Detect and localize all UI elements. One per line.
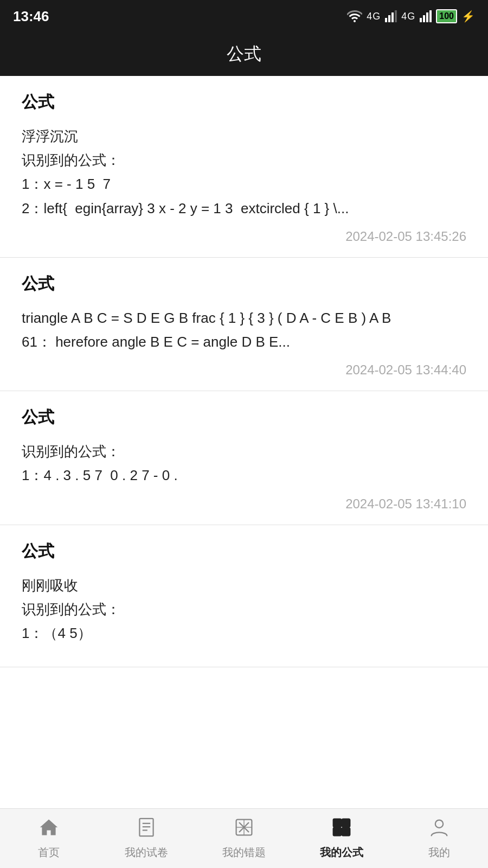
nav-label-home: 首页	[38, 845, 60, 860]
nav-item-my-errors[interactable]: 我的错题	[206, 818, 282, 860]
formula-card-4[interactable]: 公式 刚刚吸收 识别到的公式： 1：（4 5）	[0, 525, 488, 668]
svg-rect-7	[429, 10, 432, 22]
svg-rect-0	[385, 18, 387, 22]
home-icon	[39, 818, 59, 842]
svg-rect-4	[420, 18, 422, 22]
svg-rect-6	[426, 12, 428, 22]
formula-card-2-time: 2024-02-05 13:44:40	[22, 362, 466, 378]
formula-card-1-body: 浮浮沉沉 识别到的公式： 1：x = - 1 5 7 2：left{ egin{…	[22, 124, 466, 220]
formula-card-1-time: 2024-02-05 13:45:26	[22, 229, 466, 244]
signal-bar-2	[420, 10, 432, 22]
formula-card-1[interactable]: 公式 浮浮沉沉 识别到的公式： 1：x = - 1 5 7 2：left{ eg…	[0, 76, 488, 258]
nav-label-my-errors: 我的错题	[222, 845, 266, 860]
status-icons: 4G 4G 100 ⚡	[347, 9, 475, 23]
signal-4g-1: 4G	[367, 11, 381, 22]
signal-4g-2: 4G	[401, 11, 415, 22]
content-area: 公式 浮浮沉沉 识别到的公式： 1：x = - 1 5 7 2：left{ eg…	[0, 76, 488, 808]
svg-point-29	[435, 820, 443, 827]
formula-card-1-title: 公式	[22, 91, 466, 113]
wifi-icon	[347, 10, 362, 22]
top-nav-bar: 公式	[0, 33, 488, 76]
formula-card-2[interactable]: 公式 triangle A B C = S D E G B frac { 1 }…	[0, 258, 488, 391]
exam-icon	[137, 818, 156, 842]
formula-card-3-title: 公式	[22, 406, 466, 429]
nav-label-mine: 我的	[428, 845, 450, 860]
nav-item-home[interactable]: 首页	[11, 818, 87, 860]
formula-card-2-body: triangle A B C = S D E G B frac { 1 } { …	[22, 306, 466, 354]
person-icon	[429, 818, 449, 842]
nav-item-my-formulas[interactable]: 我的公式	[304, 818, 380, 860]
formula-card-2-title: 公式	[22, 273, 466, 295]
formula-card-3-time: 2024-02-05 13:41:10	[22, 496, 466, 512]
signal-bar-1	[385, 10, 397, 22]
battery-icon: 100	[436, 9, 457, 23]
nav-item-mine[interactable]: 我的	[401, 818, 477, 860]
svg-rect-3	[395, 10, 397, 22]
svg-rect-5	[423, 15, 425, 22]
formula-card-4-title: 公式	[22, 540, 466, 563]
formula-icon	[332, 818, 351, 842]
nav-item-my-exams[interactable]: 我的试卷	[108, 818, 184, 860]
status-bar: 13:46 4G 4G 100 ⚡	[0, 0, 488, 33]
status-time: 13:46	[13, 8, 49, 25]
nav-label-my-formulas: 我的公式	[320, 845, 363, 860]
svg-point-28	[345, 833, 347, 834]
formula-card-3-body: 识别到的公式： 1：4 . 3 . 5 7 0 . 2 7 - 0 .	[22, 439, 466, 487]
charging-icon: ⚡	[461, 10, 475, 23]
errors-icon	[234, 818, 254, 842]
formula-card-4-body: 刚刚吸收 识别到的公式： 1：（4 5）	[22, 573, 466, 646]
svg-point-27	[345, 829, 347, 831]
page-title: 公式	[227, 42, 261, 66]
formula-card-3[interactable]: 公式 识别到的公式： 1：4 . 3 . 5 7 0 . 2 7 - 0 . 2…	[0, 391, 488, 525]
nav-label-my-exams: 我的试卷	[125, 845, 168, 860]
bottom-nav: 首页 我的试卷 我的错题	[0, 808, 488, 868]
svg-rect-2	[391, 12, 394, 22]
svg-rect-1	[388, 15, 390, 22]
